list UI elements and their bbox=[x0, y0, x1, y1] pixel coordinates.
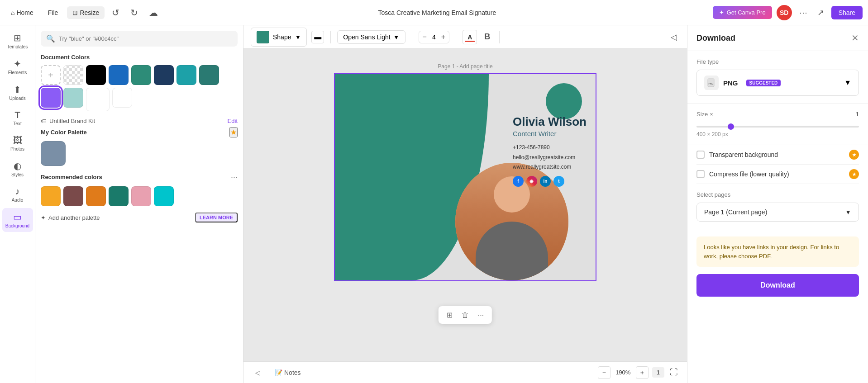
rec-color-3[interactable] bbox=[86, 186, 106, 206]
home-label: Home bbox=[16, 9, 33, 16]
share-icon-button[interactable]: ↗ bbox=[815, 5, 827, 20]
zoom-in-button[interactable]: + bbox=[636, 366, 649, 379]
page-indicator[interactable]: 1 bbox=[652, 367, 664, 378]
notes-button[interactable]: 📝 Notes bbox=[270, 366, 305, 379]
zoom-out-button[interactable]: − bbox=[598, 366, 610, 379]
float-more-button[interactable]: ··· bbox=[475, 309, 486, 321]
canvas-content[interactable]: Olivia Wilson Content Writer +123-456-78… bbox=[334, 73, 596, 281]
float-delete-button[interactable]: 🗑 bbox=[459, 309, 472, 321]
color-swatch-dark-blue[interactable] bbox=[154, 65, 174, 85]
color-swatch-white2[interactable] bbox=[112, 88, 132, 108]
rec-color-6[interactable] bbox=[154, 186, 174, 206]
file-button[interactable]: File bbox=[43, 6, 64, 19]
bold-button[interactable]: B bbox=[482, 29, 493, 44]
search-bar[interactable]: 🔍 bbox=[41, 31, 238, 47]
canvas-person-name: Olivia Wilson bbox=[513, 115, 587, 129]
divider-2 bbox=[412, 31, 412, 43]
color-swatch-blue[interactable] bbox=[109, 65, 129, 85]
learn-more-button[interactable]: LEARN MORE bbox=[195, 213, 238, 222]
sidebar-item-photos[interactable]: 🖼 Photos bbox=[2, 132, 33, 155]
download-button[interactable]: Download bbox=[696, 274, 859, 297]
person-body-shape bbox=[476, 222, 548, 280]
color-swatch-light-teal[interactable] bbox=[63, 88, 83, 108]
add-color-button[interactable]: + bbox=[41, 65, 61, 85]
file-type-label: File type bbox=[696, 58, 859, 65]
font-size-decrease[interactable]: − bbox=[423, 33, 427, 41]
file-type-selector[interactable]: PNG PNG SUGGESTED ▼ bbox=[696, 70, 859, 96]
search-input[interactable] bbox=[59, 35, 232, 42]
brand-kit-title: 🏷 Untitled Brand Kit bbox=[41, 118, 95, 124]
text-color-button[interactable]: A bbox=[463, 30, 477, 44]
rec-color-5[interactable] bbox=[131, 186, 151, 206]
fullscreen-button[interactable]: ⛶ bbox=[668, 366, 680, 379]
color-swatch-cyan[interactable] bbox=[176, 65, 196, 85]
line-type-button[interactable]: ▬ bbox=[311, 31, 324, 43]
twitter-icon[interactable]: t bbox=[553, 176, 564, 187]
instagram-icon[interactable]: ◉ bbox=[526, 176, 537, 187]
avatar[interactable]: SD bbox=[777, 5, 792, 20]
file-label: File bbox=[48, 9, 58, 16]
shape-dropdown-icon: ▼ bbox=[295, 33, 301, 41]
recommended-more-button[interactable]: ··· bbox=[231, 172, 238, 182]
zoom-controls: − 190% + 1 ⛶ bbox=[598, 366, 680, 379]
sidebar-item-uploads[interactable]: ⬆ Uploads bbox=[2, 80, 33, 104]
get-canva-pro-button[interactable]: ✦ Get Canva Pro bbox=[713, 6, 772, 19]
sidebar-item-audio[interactable]: ♪ Audio bbox=[2, 183, 33, 206]
redo-button[interactable]: ↻ bbox=[127, 5, 142, 20]
share-button[interactable]: Share bbox=[831, 6, 863, 19]
undo-button[interactable]: ↺ bbox=[108, 5, 123, 20]
sidebar-item-styles[interactable]: ◐ Styles bbox=[2, 157, 33, 181]
color-swatch-white1[interactable] bbox=[86, 88, 110, 111]
transparent-bg-checkbox[interactable] bbox=[696, 151, 705, 159]
hide-icon: ◁ bbox=[255, 369, 260, 376]
recommended-colors-grid bbox=[41, 186, 238, 206]
sidebar-item-elements[interactable]: ✦ Elements bbox=[2, 55, 33, 79]
text-color-underline bbox=[465, 41, 475, 42]
resize-button[interactable]: ⊡ Resize bbox=[67, 6, 105, 19]
linkedin-icon[interactable]: in bbox=[540, 176, 551, 187]
palette-color-swatch[interactable] bbox=[41, 141, 66, 166]
rec-color-1[interactable] bbox=[41, 186, 61, 206]
palette-title: My Color Palette bbox=[41, 129, 87, 136]
canvas-social-links: f ◉ in t bbox=[513, 176, 587, 187]
facebook-icon[interactable]: f bbox=[513, 176, 524, 187]
shape-color-block[interactable] bbox=[257, 31, 269, 43]
transparent-swatch[interactable] bbox=[63, 65, 83, 85]
canvas-contact-info: +123-456-7890 hello@reallygreatsite.com … bbox=[513, 143, 587, 172]
page-title-bar[interactable]: Page 1 - Add page title bbox=[334, 60, 596, 73]
cloud-save-button[interactable]: ☁ bbox=[145, 5, 162, 20]
color-swatch-teal[interactable] bbox=[131, 65, 151, 85]
home-button[interactable]: ⌂ Home bbox=[5, 6, 39, 19]
panel-close-button[interactable]: ✕ bbox=[851, 33, 859, 43]
sidebar-item-text[interactable]: T Text bbox=[2, 106, 33, 130]
compress-checkbox[interactable] bbox=[696, 170, 705, 178]
color-swatch-black[interactable] bbox=[86, 65, 106, 85]
font-size-increase[interactable]: + bbox=[441, 33, 445, 41]
select-pages-section: Select pages Page 1 (Current page) ▼ bbox=[687, 184, 868, 229]
compress-label: Compress file (lower quality) bbox=[709, 170, 844, 178]
slider-row[interactable] bbox=[696, 121, 859, 129]
star-button[interactable]: ★ bbox=[229, 127, 238, 137]
palette-grid bbox=[41, 141, 238, 166]
size-px-value: 400 × 200 px bbox=[696, 131, 859, 137]
hide-panel-button[interactable]: ◁ bbox=[251, 366, 265, 379]
size-multiplier: 1 bbox=[856, 111, 859, 118]
font-selector[interactable]: Open Sans Light ▼ bbox=[337, 30, 405, 44]
rec-color-4[interactable] bbox=[109, 186, 129, 206]
canvas-scroll[interactable]: Page 1 - Add page title bbox=[243, 49, 687, 361]
page-selector[interactable]: Page 1 (Current page) ▼ bbox=[696, 203, 859, 222]
collapse-panel-button[interactable]: ◁ bbox=[668, 29, 680, 45]
sidebar-item-background[interactable]: ▭ Background bbox=[2, 208, 33, 232]
line-icon: ▬ bbox=[314, 33, 321, 41]
color-swatch-dark-teal[interactable] bbox=[199, 65, 219, 85]
shape-selector[interactable]: Shape ▼ bbox=[251, 28, 307, 47]
float-group-button[interactable]: ⊞ bbox=[444, 309, 455, 321]
text-color-icon: A bbox=[467, 33, 472, 41]
color-swatch-purple[interactable] bbox=[41, 88, 61, 108]
notes-label: Notes bbox=[284, 369, 301, 376]
rec-color-2[interactable] bbox=[63, 186, 83, 206]
sidebar-item-templates[interactable]: ⊞ Templates bbox=[2, 29, 33, 53]
more-options-button[interactable]: ⋯ bbox=[796, 5, 810, 20]
size-slider[interactable] bbox=[696, 126, 859, 128]
edit-brand-kit-button[interactable]: Edit bbox=[228, 118, 238, 124]
